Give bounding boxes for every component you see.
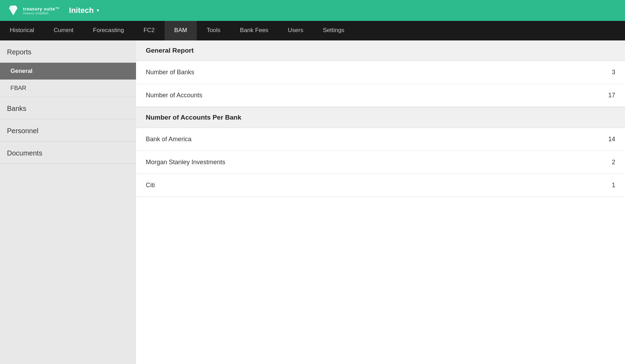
row-label: Morgan Stanley Investments bbox=[146, 159, 225, 166]
navbar: HistoricalCurrentForecastingFC2BAMToolsB… bbox=[0, 21, 625, 40]
sidebar-section-personnel[interactable]: Personnel bbox=[0, 119, 136, 142]
sidebar-item-general[interactable]: General bbox=[0, 63, 136, 80]
nav-item-current[interactable]: Current bbox=[44, 21, 83, 40]
row-label: Bank of America bbox=[146, 136, 191, 143]
row-value: 14 bbox=[608, 136, 615, 143]
sidebar-section-reports[interactable]: Reports bbox=[0, 40, 136, 63]
nav-item-users[interactable]: Users bbox=[278, 21, 313, 40]
row-label: Citi bbox=[146, 182, 155, 189]
sidebar-section-banks[interactable]: Banks bbox=[0, 97, 136, 119]
sidebar: ReportsGeneralFBARBanksPersonnelDocument… bbox=[0, 40, 136, 364]
report-row: Morgan Stanley Investments2 bbox=[136, 151, 625, 174]
row-value: 1 bbox=[612, 182, 615, 189]
row-label: Number of Banks bbox=[146, 69, 194, 76]
row-label: Number of Accounts bbox=[146, 92, 202, 99]
logo-icon bbox=[7, 4, 20, 17]
brand-sub: treasury simplified bbox=[23, 12, 60, 15]
row-value: 3 bbox=[612, 69, 615, 76]
brand: treasury suite™ treasury simplified Init… bbox=[7, 4, 100, 17]
report-row: Bank of America14 bbox=[136, 128, 625, 151]
section-header-1: Number of Accounts Per Bank bbox=[136, 107, 625, 128]
company-name[interactable]: Initech ▼ bbox=[69, 6, 100, 15]
nav-item-historical[interactable]: Historical bbox=[0, 21, 44, 40]
section-header-0: General Report bbox=[136, 40, 625, 61]
main-layout: ReportsGeneralFBARBanksPersonnelDocument… bbox=[0, 40, 625, 364]
sidebar-section-documents[interactable]: Documents bbox=[0, 142, 136, 164]
report-row: Number of Banks3 bbox=[136, 61, 625, 84]
content-area: General ReportNumber of Banks3Number of … bbox=[136, 40, 625, 364]
topbar: treasury suite™ treasury simplified Init… bbox=[0, 0, 625, 21]
row-value: 17 bbox=[608, 92, 615, 99]
sidebar-item-fbar[interactable]: FBAR bbox=[0, 80, 136, 97]
nav-item-tools[interactable]: Tools bbox=[197, 21, 230, 40]
nav-item-settings[interactable]: Settings bbox=[313, 21, 354, 40]
brand-text: treasury suite™ treasury simplified bbox=[23, 6, 60, 15]
nav-item-forecasting[interactable]: Forecasting bbox=[83, 21, 134, 40]
nav-item-bank-fees[interactable]: Bank Fees bbox=[230, 21, 278, 40]
nav-item-bam[interactable]: BAM bbox=[165, 21, 197, 40]
company-dropdown-icon[interactable]: ▼ bbox=[96, 8, 100, 13]
brand-name: treasury suite™ bbox=[23, 6, 60, 12]
report-row: Number of Accounts17 bbox=[136, 84, 625, 107]
row-value: 2 bbox=[612, 159, 615, 166]
nav-item-fc2[interactable]: FC2 bbox=[134, 21, 164, 40]
report-row: Citi1 bbox=[136, 174, 625, 197]
